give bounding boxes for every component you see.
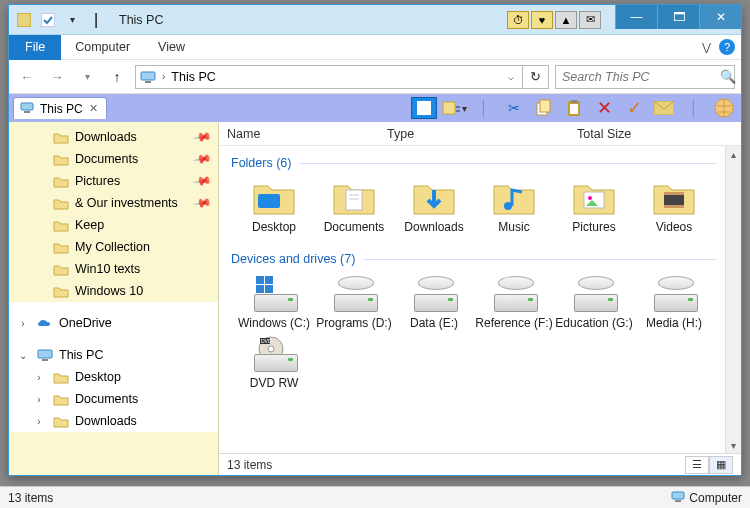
scroll-down-icon[interactable]: ▾ bbox=[726, 437, 741, 453]
column-type[interactable]: Type bbox=[379, 127, 569, 141]
maximize-button[interactable]: 🗖 bbox=[657, 5, 699, 29]
chevron-right-icon[interactable]: › bbox=[33, 416, 45, 427]
sidebar-this-pc[interactable]: ⌄ This PC bbox=[9, 344, 218, 366]
drive-item[interactable]: Programs (D:) bbox=[315, 274, 393, 330]
folder-icon bbox=[53, 218, 69, 232]
qat-checkbox-icon[interactable] bbox=[37, 9, 59, 31]
chevron-right-icon[interactable]: › bbox=[33, 394, 45, 405]
file-tab[interactable]: File bbox=[9, 35, 61, 60]
chevron-right-icon[interactable]: › bbox=[33, 372, 45, 383]
mail-button[interactable] bbox=[651, 97, 677, 119]
chevron-down-icon[interactable]: ⌄ bbox=[17, 350, 29, 361]
drive-item[interactable]: Data (E:) bbox=[395, 274, 473, 330]
folder-icon bbox=[53, 414, 69, 428]
drive-item[interactable]: Education (G:) bbox=[555, 274, 633, 330]
delete-button[interactable]: ✕ bbox=[591, 97, 617, 119]
search-icon[interactable]: 🔍 bbox=[720, 69, 736, 84]
forward-button[interactable]: → bbox=[45, 65, 69, 89]
group-folders-header[interactable]: Folders (6) ˄ bbox=[227, 150, 741, 174]
folder-item[interactable]: Desktop bbox=[235, 178, 313, 234]
search-input[interactable] bbox=[562, 70, 720, 84]
column-totalsize[interactable]: Total Size bbox=[569, 127, 741, 141]
sidebar-item[interactable]: Win10 texts bbox=[9, 258, 218, 280]
svg-point-22 bbox=[588, 196, 592, 200]
sidebar-item[interactable]: & Our investments📌 bbox=[9, 192, 218, 214]
confirm-button[interactable]: ✓ bbox=[621, 97, 647, 119]
ribbon-tab-computer[interactable]: Computer bbox=[61, 36, 144, 58]
svg-rect-35 bbox=[675, 500, 681, 502]
sidebar-item[interactable]: Pictures📌 bbox=[9, 170, 218, 192]
scroll-up-icon[interactable]: ▴ bbox=[726, 146, 741, 162]
drive-item[interactable]: Reference (F:) bbox=[475, 274, 553, 330]
folder-item[interactable]: Downloads bbox=[395, 178, 473, 234]
group-drives-header[interactable]: Devices and drives (7) ˄ bbox=[227, 246, 741, 270]
folder-item[interactable]: Videos bbox=[635, 178, 713, 234]
help-button[interactable]: ? bbox=[719, 39, 735, 55]
vertical-scrollbar[interactable]: ▴ ▾ bbox=[725, 146, 741, 453]
view-icons-button[interactable]: ▦ bbox=[709, 456, 733, 474]
address-bar[interactable]: › This PC ⌵ bbox=[135, 65, 523, 89]
sidebar-onedrive[interactable]: › OneDrive bbox=[9, 312, 218, 334]
drive-item[interactable]: Windows (C:) bbox=[235, 274, 313, 330]
copy-button[interactable] bbox=[531, 97, 557, 119]
svg-rect-11 bbox=[571, 100, 577, 103]
back-button[interactable]: ← bbox=[15, 65, 39, 89]
tab-close-icon[interactable]: ✕ bbox=[89, 102, 98, 115]
sidebar-item[interactable]: ›Downloads bbox=[9, 410, 218, 432]
minimize-button[interactable]: — bbox=[615, 5, 657, 29]
tab-this-pc[interactable]: This PC ✕ bbox=[13, 97, 107, 119]
column-headers[interactable]: Name Type Total Size bbox=[219, 122, 741, 146]
address-dropdown-icon[interactable]: ⌵ bbox=[504, 71, 518, 82]
view-details-button[interactable]: ☰ bbox=[685, 456, 709, 474]
drive-icon: DVD bbox=[250, 334, 298, 374]
window-controls: — 🗖 ✕ bbox=[615, 5, 741, 29]
sidebar-item[interactable]: Keep bbox=[9, 214, 218, 236]
items-view[interactable]: Folders (6) ˄ DesktopDocumentsDownloadsM… bbox=[219, 146, 741, 453]
sidebar-item[interactable]: My Collection bbox=[9, 236, 218, 258]
recent-dropdown[interactable]: ▾ bbox=[75, 65, 99, 89]
up-button[interactable]: ↑ bbox=[105, 65, 129, 89]
paste-button[interactable] bbox=[561, 97, 587, 119]
sidebar-item[interactable]: ›Desktop bbox=[9, 366, 218, 388]
svg-rect-26 bbox=[256, 276, 264, 284]
sidebar-item-label: Win10 texts bbox=[75, 262, 140, 276]
cut-button[interactable]: ✂ bbox=[501, 97, 527, 119]
view-options-button[interactable]: ▾ bbox=[441, 97, 467, 119]
titlebar-icon-1[interactable]: ⏱ bbox=[507, 11, 529, 29]
breadcrumb-chevron-icon[interactable]: › bbox=[162, 71, 165, 82]
sidebar-item[interactable]: ›Documents bbox=[9, 388, 218, 410]
svg-rect-24 bbox=[664, 192, 684, 195]
folder-icon bbox=[570, 178, 618, 218]
folder-icon bbox=[53, 240, 69, 254]
app-icon[interactable] bbox=[13, 9, 35, 31]
folder-item[interactable]: Music bbox=[475, 178, 553, 234]
body: Downloads📌Documents📌Pictures📌& Our inves… bbox=[9, 122, 741, 475]
sidebar-item[interactable]: Documents📌 bbox=[9, 148, 218, 170]
sidebar-item[interactable]: Downloads📌 bbox=[9, 126, 218, 148]
folder-item[interactable]: Pictures bbox=[555, 178, 633, 234]
view-large-icons-button[interactable] bbox=[411, 97, 437, 119]
folder-item[interactable]: Documents bbox=[315, 178, 393, 234]
search-box[interactable]: 🔍 bbox=[555, 65, 735, 89]
shell-icon[interactable] bbox=[711, 97, 737, 119]
refresh-button[interactable]: ↻ bbox=[523, 65, 549, 89]
titlebar-icon-2[interactable]: ♥ bbox=[531, 11, 553, 29]
qat-customize-dropdown[interactable]: ▾ bbox=[61, 9, 83, 31]
titlebar-icon-4[interactable]: ✉ bbox=[579, 11, 601, 29]
svg-rect-10 bbox=[570, 104, 578, 114]
sidebar-item[interactable]: Windows 10 bbox=[9, 280, 218, 302]
item-label: Music bbox=[498, 220, 529, 234]
close-button[interactable]: ✕ bbox=[699, 5, 741, 29]
ribbon-expand-icon[interactable]: ⋁ bbox=[702, 41, 711, 54]
drive-icon bbox=[490, 274, 538, 314]
titlebar-icon-3[interactable]: ▲ bbox=[555, 11, 577, 29]
chevron-right-icon[interactable]: › bbox=[17, 318, 29, 329]
onedrive-icon bbox=[37, 316, 53, 330]
drive-item[interactable]: Media (H:) bbox=[635, 274, 713, 330]
tab-strip: This PC ✕ ▾ │ ✂ ✕ ✓ │ bbox=[9, 94, 741, 122]
ribbon-tab-view[interactable]: View bbox=[144, 36, 199, 58]
column-name[interactable]: Name bbox=[219, 127, 379, 141]
navigation-pane[interactable]: Downloads📌Documents📌Pictures📌& Our inves… bbox=[9, 122, 219, 475]
drive-item[interactable]: DVDDVD RW bbox=[235, 334, 313, 390]
title-bar[interactable]: ▾ | This PC ⏱ ♥ ▲ ✉ — 🗖 ✕ bbox=[9, 5, 741, 35]
